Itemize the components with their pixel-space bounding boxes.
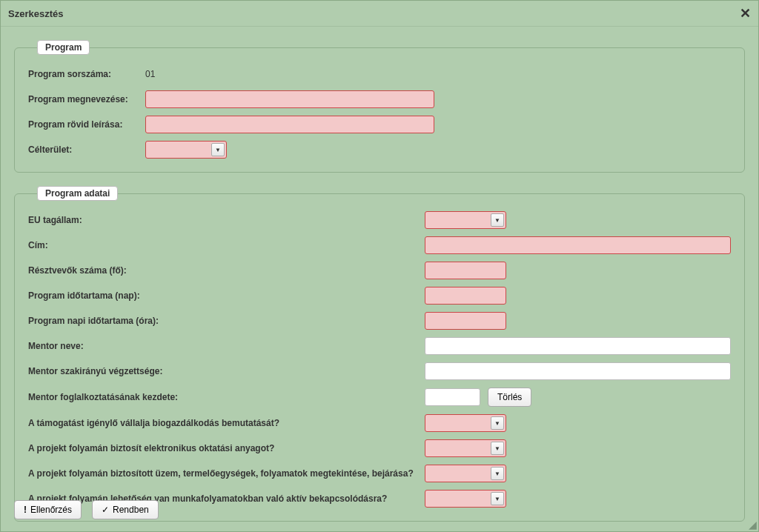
chevron-down-icon: ▼ (491, 442, 504, 455)
input-leiras[interactable] (145, 116, 434, 133)
row-sorszam: Program sorszáma: 01 (28, 65, 731, 83)
row-megnevezes: Program megnevezése: (28, 90, 731, 108)
ellenorzes-label: Ellenőrzés (30, 505, 72, 515)
section-adatai: Program adatai EU tagállam: ▼ Cím: Részt… (14, 186, 745, 522)
chevron-down-icon: ▼ (491, 467, 504, 480)
chevron-down-icon: ▼ (491, 416, 504, 430)
row-eu: EU tagállam: ▼ (28, 211, 731, 229)
dialog-footer: Ellenőrzés Rendben (14, 500, 159, 519)
label-cim: Cím: (28, 240, 425, 250)
row-leiras: Program rövid leírása: (28, 116, 731, 133)
input-mentor-kezdet[interactable] (425, 388, 480, 406)
row-idotartam-nap: Program időtartama (nap): (28, 287, 731, 305)
label-eu: EU tagállam: (28, 215, 425, 225)
section-adatai-legend: Program adatai (37, 186, 118, 201)
close-icon[interactable]: ✕ (740, 5, 751, 21)
label-idotartam-nap: Program időtartama (nap): (28, 290, 425, 301)
label-mentor-vegzettseg: Mentor szakirányú végzettsége: (28, 366, 425, 376)
label-mentor-neve: Mentor neve: (28, 341, 425, 351)
section-program-legend: Program (37, 40, 90, 55)
value-sorszam: 01 (145, 69, 155, 79)
label-sorszam: Program sorszáma: (28, 69, 145, 79)
chevron-down-icon: ▼ (211, 143, 225, 156)
check-icon (102, 505, 109, 515)
input-idotartam-ora[interactable] (425, 312, 506, 330)
rendben-button[interactable]: Rendben (92, 500, 159, 519)
resize-grip-icon[interactable]: ◢ (746, 519, 757, 530)
input-idotartam-nap[interactable] (425, 287, 506, 305)
input-mentor-neve[interactable] (425, 337, 731, 355)
label-megnevezes: Program megnevezése: (28, 94, 145, 104)
row-celterulet: Célterület: ▼ (28, 141, 731, 159)
label-idotartam-ora: Program napi időtartama (óra): (28, 316, 425, 326)
row-resztvevok: Résztvevők száma (fő): (28, 262, 731, 279)
row-q-elearn: A projekt folyamán biztosít elektronikus… (28, 439, 731, 457)
dialog-header: Szerkesztés ✕ (1, 1, 758, 27)
select-q-uzem[interactable]: ▼ (425, 465, 506, 482)
select-celterulet[interactable]: ▼ (145, 141, 227, 159)
label-q-elearn: A projekt folyamán biztosít elektronikus… (28, 443, 425, 453)
input-mentor-vegzettseg[interactable] (425, 362, 731, 380)
input-cim[interactable] (425, 236, 731, 254)
rendben-label: Rendben (113, 505, 149, 515)
row-mentor-kezdet: Mentor foglalkoztatásának kezdete: Törlé… (28, 388, 731, 407)
row-cim: Cím: (28, 236, 731, 254)
torles-button-label: Törlés (497, 392, 522, 402)
row-mentor-neve: Mentor neve: (28, 337, 731, 355)
row-idotartam-ora: Program napi időtartama (óra): (28, 312, 731, 330)
chevron-down-icon: ▼ (491, 213, 504, 227)
dialog-body: Program Program sorszáma: 01 Program meg… (1, 27, 758, 532)
edit-dialog: Szerkesztés ✕ Program Program sorszáma: … (0, 0, 759, 532)
label-leiras: Program rövid leírása: (28, 119, 145, 130)
row-mentor-vegzettseg: Mentor szakirányú végzettsége: (28, 362, 731, 380)
select-q-munka[interactable]: ▼ (425, 490, 506, 508)
input-megnevezes[interactable] (145, 90, 434, 108)
torles-button[interactable]: Törlés (488, 388, 531, 407)
label-celterulet: Célterület: (28, 144, 145, 155)
select-q-elearn[interactable]: ▼ (425, 439, 506, 457)
dialog-title: Szerkesztés (8, 8, 63, 19)
label-q-uzem: A projekt folyamán biztosított üzem, ter… (28, 468, 425, 479)
section-program: Program Program sorszáma: 01 Program meg… (14, 40, 745, 173)
label-q-bio: A támogatást igénylő vállalja biogazdálk… (28, 418, 425, 428)
input-resztvevok[interactable] (425, 262, 506, 279)
select-q-bio[interactable]: ▼ (425, 414, 506, 432)
select-eu[interactable]: ▼ (425, 211, 506, 229)
row-q-uzem: A projekt folyamán biztosított üzem, ter… (28, 465, 731, 482)
chevron-down-icon: ▼ (491, 492, 504, 505)
label-mentor-kezdet: Mentor foglalkoztatásának kezdete: (28, 392, 425, 402)
label-resztvevok: Résztvevők száma (fő): (28, 265, 425, 276)
row-q-bio: A támogatást igénylő vállalja biogazdálk… (28, 414, 731, 432)
ellenorzes-button[interactable]: Ellenőrzés (14, 500, 82, 519)
exclaim-icon (24, 505, 27, 515)
